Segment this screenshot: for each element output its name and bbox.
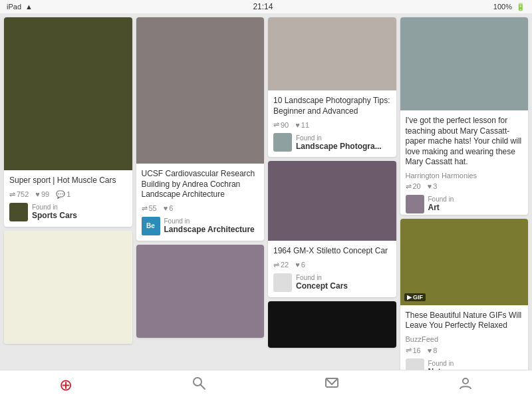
nav-search-icon[interactable] [192,376,206,394]
status-time: 21:14 [253,2,273,11]
nav-home-icon[interactable]: ⊕ [59,376,72,394]
like-count-art: 3 [433,182,437,190]
found-avatar-lp [273,133,292,152]
repin-icon-lp: ⇌ [273,120,279,129]
like-icon-nature: ♥ [428,346,432,354]
card-landscape-arch[interactable]: UCSF Cardiovascular Research Building by… [136,17,265,241]
card-body-concept-cars: 1964 GM-X Stiletto Concept Car ⇌ 22 ♥ 6 [268,241,396,297]
card-stats-nature: ⇌ 16 ♥ 8 [406,346,523,354]
found-avatar-art [406,195,424,213]
card-landscape-photo[interactable]: 10 Landscape Photography Tips: Beginner … [268,17,396,157]
battery-label: 100% [493,3,512,11]
found-in-info-landscape: Found in Landscape Architecture [164,217,255,234]
found-in-category-lp: Landscape Photogra... [296,142,382,151]
comments-stat: 💬 1 [56,190,70,199]
nav-message-icon[interactable] [325,376,339,394]
card-stats-landscape-photo: ⇌ 90 ♥ 11 [273,120,391,129]
card-body-nature: These Beautiful Nature GIFs Will Leave Y… [400,305,529,379]
repins-landscape: ⇌ 55 [142,204,157,213]
repin-count-nature: 16 [413,346,421,354]
repin-icon-nature: ⇌ [406,346,412,354]
card-author-nature: BuzzFeed [406,335,523,343]
nav-profile-icon[interactable] [458,376,473,394]
gif-badge: ▶ GIF [404,293,426,301]
column-1: Super sport | Hot Muscle Cars ⇌ 752 ♥ 99… [4,17,132,379]
repin-icon-cc: ⇌ [273,261,279,269]
card-stats-sports-cars: ⇌ 752 ♥ 99 💬 1 [9,190,127,199]
card-image-sports-cars [4,17,132,170]
found-in-row-lp: Found in Landscape Photogra... [273,133,391,152]
repin-icon: ⇌ [9,190,15,199]
card-empty-1[interactable] [4,231,132,344]
comment-count: 1 [66,190,70,198]
found-in-row-sports: Found in Sports Cars [9,203,127,221]
column-3: 10 Landscape Photography Tips: Beginner … [268,17,396,379]
like-icon-cc: ♥ [295,261,300,269]
found-in-label-cc: Found in [296,274,348,281]
found-in-label-sports: Found in [32,203,77,211]
likes-art: ♥ 3 [428,182,438,190]
repin-count: 752 [17,190,29,198]
card-image-black-1 [268,301,396,348]
found-avatar-sports [9,203,28,221]
likes-stat: ♥ 99 [35,190,49,198]
likes-landscape: ♥ 6 [164,204,174,212]
repins-lp: ⇌ 90 [273,120,289,129]
card-body-sports-cars: Super sport | Hot Muscle Cars ⇌ 752 ♥ 99… [4,170,132,227]
found-in-info-sports: Found in Sports Cars [32,203,77,220]
repins-cc: ⇌ 22 [273,261,289,269]
like-count-l: 6 [169,204,173,212]
card-image-landscape-arch [136,17,265,164]
repins-nature: ⇌ 16 [406,346,421,354]
card-title-art: I've got the perfect lesson for teaching… [406,116,523,168]
found-in-label-art: Found in [428,196,454,203]
like-count-lp: 11 [301,121,309,129]
card-title-sports-cars: Super sport | Hot Muscle Cars [9,176,127,186]
card-image-art [400,17,529,110]
device-label: iPad [7,3,21,11]
card-title-concept-cars: 1964 GM-X Stiletto Concept Car [273,246,391,257]
repin-count-l: 55 [149,204,157,212]
likes-nature: ♥ 8 [428,346,438,354]
battery-icon: 🔋 [516,3,525,11]
card-concept-cars[interactable]: 1964 GM-X Stiletto Concept Car ⇌ 22 ♥ 6 [268,161,396,297]
card-art[interactable]: I've got the perfect lesson for teaching… [400,17,529,215]
found-avatar-landscape: Be [142,217,160,235]
like-icon-lp: ♥ [295,121,300,129]
found-in-category-cc: Concept Cars [296,281,348,291]
card-title-landscape-arch: UCSF Cardiovascular Research Building by… [142,169,259,200]
found-in-row-landscape: Be Found in Landscape Architecture [142,217,259,235]
found-in-row-art: Found in Art [406,195,523,213]
like-icon-l: ♥ [164,204,168,212]
card-image-landscape-photo [268,17,396,90]
card-body-landscape-photo: 10 Landscape Photography Tips: Beginner … [268,90,396,157]
like-icon: ♥ [35,190,40,198]
found-in-category-landscape: Landscape Architecture [164,225,255,234]
status-bar: iPad ▲ 21:14 100% 🔋 [0,0,532,13]
svg-point-3 [463,378,468,384]
pin-grid: Super sport | Hot Muscle Cars ⇌ 752 ♥ 99… [0,13,532,383]
found-in-category-sports: Sports Cars [32,211,77,220]
found-in-info-lp: Found in Landscape Photogra... [296,134,382,151]
repin-count-lp: 90 [281,121,289,129]
found-in-label-lp: Found in [296,134,382,142]
card-stats-concept-cars: ⇌ 22 ♥ 6 [273,261,391,269]
card-body-landscape-arch: UCSF Cardiovascular Research Building by… [136,164,265,241]
repin-icon-art: ⇌ [406,182,412,191]
column-2: UCSF Cardiovascular Research Building by… [136,17,265,379]
card-purple-1[interactable] [136,245,265,338]
card-sports-cars[interactable]: Super sport | Hot Muscle Cars ⇌ 752 ♥ 99… [4,17,132,227]
bottom-nav: ⊕ [0,370,532,399]
repin-count-cc: 22 [281,261,289,269]
comment-icon: 💬 [56,190,65,199]
svg-line-1 [200,384,205,389]
found-in-label-nature: Found in [428,360,454,367]
column-4: I've got the perfect lesson for teaching… [400,17,529,379]
card-black-1[interactable] [268,301,396,348]
card-image-wrapper-nature: ▶ GIF [400,219,529,305]
card-author-art: Harrington Harmonies [406,172,523,180]
card-nature[interactable]: ▶ GIF These Beautiful Nature GIFs Will L… [400,219,529,379]
found-in-info-cc: Found in Concept Cars [296,274,348,291]
card-image-concept-cars [268,161,396,241]
like-count: 99 [41,190,49,198]
